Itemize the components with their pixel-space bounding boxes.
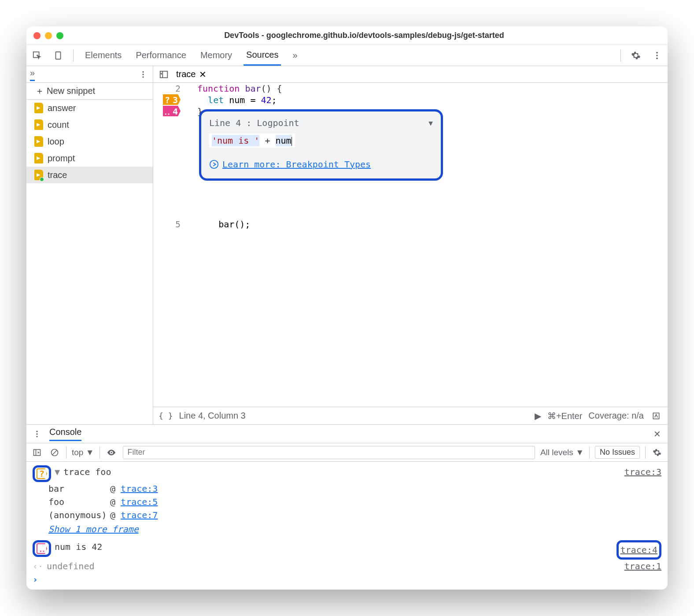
highlight-annotation: ? — [33, 465, 51, 482]
stack-link[interactable]: trace:7 — [121, 510, 158, 520]
at-symbol: @ — [110, 510, 115, 520]
line-number[interactable]: 2 — [153, 83, 181, 94]
at-symbol: @ — [110, 497, 115, 507]
maximize-window[interactable] — [56, 32, 63, 39]
live-expression-icon[interactable] — [105, 446, 118, 459]
logpoint-input[interactable]: 'num is ' + num — [209, 134, 295, 148]
code-token: + — [259, 135, 275, 146]
snippet-item-trace[interactable]: trace — [26, 167, 153, 183]
stack-link[interactable]: trace:3 — [121, 483, 158, 494]
svg-point-4 — [656, 57, 658, 59]
tab-memory[interactable]: Memory — [198, 45, 235, 66]
context-dropdown[interactable]: top ▼ — [72, 448, 94, 457]
console-prompt[interactable]: › — [33, 573, 661, 586]
file-tab-trace[interactable]: trace ✕ — [176, 69, 207, 80]
device-icon[interactable] — [52, 49, 64, 62]
stack-fn: bar — [48, 482, 110, 495]
svg-point-5 — [142, 71, 144, 72]
source-map-icon[interactable] — [650, 410, 662, 422]
toggle-navigator-icon[interactable] — [158, 68, 170, 81]
snippet-item-prompt[interactable]: prompt — [26, 150, 153, 167]
titlebar: DevTools - googlechrome.github.io/devtoo… — [26, 26, 668, 45]
conditional-breakpoint-badge-icon: ? — [37, 468, 47, 479]
console-message: trace foo — [63, 465, 111, 479]
run-snippet-button[interactable]: ▶ — [535, 411, 541, 421]
navigator-more[interactable]: » — [30, 68, 35, 81]
prompt-icon: › — [33, 573, 38, 586]
code-token: bar — [245, 83, 261, 94]
tab-performance[interactable]: Performance — [133, 45, 189, 66]
line-number[interactable]: 3 — [153, 94, 181, 106]
text-cursor — [292, 137, 292, 146]
separator — [73, 49, 74, 62]
tab-console[interactable]: Console — [49, 427, 81, 441]
console-return: undefined — [47, 560, 94, 573]
console-row: ‹· undefined trace:1 — [33, 560, 661, 573]
kebab-icon[interactable] — [31, 428, 43, 440]
snippet-item-answer[interactable]: answer — [26, 100, 153, 116]
tab-elements[interactable]: Elements — [82, 45, 124, 66]
editor-statusbar: { } Line 4, Column 3 ▶ ⌘+Enter Coverage:… — [153, 407, 668, 424]
learn-more-link[interactable]: Learn more: Breakpoint Types — [222, 159, 371, 170]
at-symbol: @ — [110, 483, 115, 494]
modified-dot-icon — [40, 177, 44, 182]
close-drawer-icon[interactable]: ✕ — [651, 428, 663, 440]
separator — [620, 49, 621, 62]
tab-more[interactable]: » — [290, 45, 300, 66]
separator — [589, 446, 590, 459]
gear-icon[interactable] — [651, 446, 663, 459]
disclosure-triangle-icon[interactable]: ▼ — [55, 465, 60, 479]
pretty-print-button[interactable]: { } — [159, 411, 173, 420]
console-row[interactable]: ‥ num is 42 trace:4 — [33, 540, 661, 560]
breakpoint-type-dropdown[interactable]: Logpoint — [257, 118, 299, 128]
gutter[interactable]: 2 3 4 5 — [153, 83, 185, 407]
code-token: num — [276, 135, 292, 146]
clear-console-icon[interactable] — [48, 446, 61, 459]
window-title: DevTools - googlechrome.github.io/devtoo… — [68, 31, 661, 40]
source-link[interactable]: trace:4 — [620, 543, 657, 557]
return-arrow-icon: ‹· — [33, 560, 43, 573]
levels-dropdown[interactable]: All levels ▼ — [540, 448, 584, 457]
console-row[interactable]: ? ▼ trace foo trace:3 — [33, 465, 661, 482]
svg-point-19 — [111, 452, 112, 453]
new-snippet-button[interactable]: ＋ New snippet — [26, 83, 153, 100]
snippet-label: count — [48, 120, 69, 130]
stack-trace: bar@ trace:3 foo@ trace:5 (anonymous)@ t… — [33, 482, 661, 522]
logpoint-marker[interactable]: 4 — [163, 106, 181, 116]
snippet-label: answer — [48, 103, 76, 113]
svg-point-13 — [36, 433, 37, 434]
tab-sources[interactable]: Sources — [244, 45, 281, 66]
separator — [66, 446, 66, 459]
minimize-window[interactable] — [45, 32, 52, 39]
conditional-breakpoint-marker[interactable]: 3 — [163, 94, 181, 105]
line-number[interactable]: 4 — [153, 106, 181, 117]
stack-fn: (anonymous) — [48, 508, 110, 522]
show-more-frames-link[interactable]: Show 1 more frame — [33, 522, 661, 537]
chevron-down-icon[interactable]: ▼ — [428, 119, 433, 127]
code-line: bar(); — [197, 219, 668, 230]
kebab-icon[interactable] — [137, 68, 149, 81]
code-token: () { — [261, 83, 282, 94]
gear-icon[interactable] — [630, 49, 642, 62]
filter-input[interactable] — [123, 446, 535, 459]
kebab-icon[interactable] — [651, 49, 663, 62]
svg-rect-1 — [56, 52, 61, 59]
console-sidebar-icon[interactable] — [31, 446, 43, 459]
close-window[interactable] — [33, 32, 41, 39]
snippet-item-count[interactable]: count — [26, 116, 153, 133]
code-area[interactable]: 2 3 4 5 function bar() { let num = 42; }… — [153, 83, 668, 407]
source-link[interactable]: trace:1 — [624, 560, 661, 573]
issues-button[interactable]: No Issues — [595, 446, 640, 459]
source-link[interactable]: trace:3 — [624, 465, 661, 479]
svg-point-3 — [656, 55, 658, 56]
logpoint-badge-icon: ‥ — [37, 543, 47, 554]
inspect-icon[interactable] — [31, 49, 43, 62]
snippet-icon — [34, 153, 43, 163]
snippet-item-loop[interactable]: loop — [26, 133, 153, 150]
svg-point-2 — [656, 52, 658, 53]
close-tab-icon[interactable]: ✕ — [199, 69, 207, 80]
snippet-label: loop — [48, 137, 64, 147]
stack-link[interactable]: trace:5 — [121, 497, 158, 507]
line-number[interactable]: 5 — [153, 219, 181, 230]
code-token: let — [208, 95, 224, 105]
